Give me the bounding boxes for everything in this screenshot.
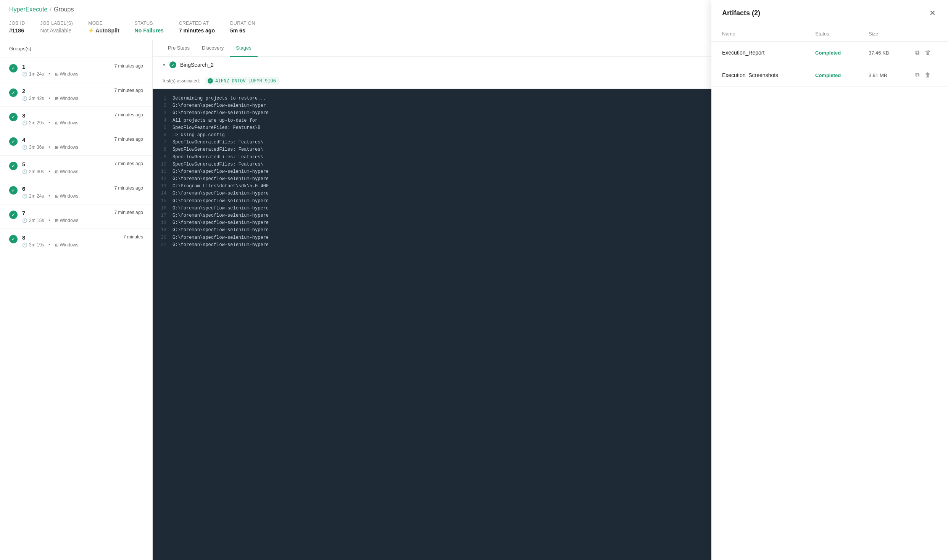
log-line-text: G:\foreman\specflow-selenium-hypere — [173, 175, 269, 183]
group-detail-sep: • — [48, 71, 50, 77]
log-line-number: 13 — [159, 183, 166, 190]
log-line-text: Determining projects to restore... — [173, 95, 266, 102]
log-line-number: 1 — [159, 95, 166, 102]
log-line-number: 19 — [159, 227, 166, 234]
group-time: 7 minutes ago — [114, 137, 143, 142]
tab-stages[interactable]: Stages — [230, 40, 257, 57]
group-os: ⊞ Windows — [55, 120, 79, 126]
artifact-row: Execution_Screenshots Completed 3.91 MB … — [711, 64, 948, 87]
artifact-status: Completed — [815, 72, 869, 78]
group-details: 🕐 3m 19s • ⊞ Windows — [22, 242, 123, 248]
log-line-text: G:\foreman\specflow-selenium-hypere — [173, 205, 269, 212]
group-item[interactable]: ✓ 8 🕐 3m 19s • ⊞ Windows 7 minutes — [0, 229, 152, 253]
artifacts-table-header: Name Status Size — [711, 26, 948, 42]
group-info: 2 🕐 2m 42s • ⊞ Windows — [22, 88, 114, 101]
job-id-value: #1186 — [9, 27, 25, 34]
job-duration-col: Duration 5m 6s — [230, 21, 255, 34]
group-item[interactable]: ✓ 1 🕐 1m 24s • ⊞ Windows 7 minutes ago — [0, 58, 152, 82]
group-number: 3 — [22, 112, 114, 119]
job-created-col: Created at 7 minutes ago — [179, 21, 215, 34]
group-item[interactable]: ✓ 5 🕐 2m 30s • ⊞ Windows 7 minutes ago — [0, 156, 152, 180]
group-time: 7 minutes ago — [114, 112, 143, 117]
log-line-text: SpecFlowGeneratedFiles: Features\ — [173, 146, 263, 153]
artifact-row: Execution_Report Completed 37.46 KB ⧉ 🗑 — [711, 42, 948, 64]
clock-icon: 🕐 — [22, 72, 27, 77]
group-item[interactable]: ✓ 6 🕐 2m 24s • ⊞ Windows 7 minutes ago — [0, 180, 152, 204]
log-line-number: 18 — [159, 219, 166, 227]
group-details: 🕐 2m 24s • ⊞ Windows — [22, 193, 114, 199]
group-item[interactable]: ✓ 2 🕐 2m 42s • ⊞ Windows 7 minutes ago — [0, 82, 152, 107]
clock-icon: 🕐 — [22, 96, 27, 101]
breadcrumb-separator: / — [50, 6, 52, 13]
group-os: ⊞ Windows — [55, 71, 79, 77]
windows-icon: ⊞ — [55, 218, 58, 223]
log-line-text: G:\foreman\specflow-selenium-hyper — [173, 102, 266, 109]
log-line-number: 3 — [159, 109, 166, 117]
groups-list: ✓ 1 🕐 1m 24s • ⊞ Windows 7 minutes ago ✓… — [0, 58, 152, 560]
group-number: 6 — [22, 185, 114, 192]
artifact-copy-button[interactable]: ⧉ — [914, 71, 920, 79]
group-detail-sep: • — [48, 242, 50, 248]
windows-icon: ⊞ — [55, 96, 58, 101]
artifact-delete-button[interactable]: 🗑 — [924, 48, 932, 57]
windows-icon: ⊞ — [55, 243, 58, 248]
log-line-number: 2 — [159, 102, 166, 109]
artifact-delete-button[interactable]: 🗑 — [924, 71, 932, 79]
group-info: 5 🕐 2m 30s • ⊞ Windows — [22, 161, 114, 174]
group-check-icon: ✓ — [9, 137, 18, 146]
group-detail-sep: • — [48, 120, 50, 126]
artifact-actions: ⧉ 🗑 — [914, 48, 937, 57]
group-duration: 🕐 2m 15s — [22, 218, 44, 223]
log-line-number: 15 — [159, 198, 166, 205]
group-time: 7 minutes ago — [114, 161, 143, 166]
stage-expand-icon[interactable]: ▼ — [162, 62, 166, 68]
log-line-number: 12 — [159, 175, 166, 183]
group-duration: 🕐 2m 29s — [22, 120, 44, 126]
log-line-number: 11 — [159, 168, 166, 175]
group-check-icon: ✓ — [9, 64, 18, 72]
log-line-number: 16 — [159, 205, 166, 212]
group-check-icon: ✓ — [9, 235, 18, 243]
stage-name: BingSearch_2 — [180, 62, 214, 68]
log-line-number: 7 — [159, 139, 166, 146]
group-check-icon: ✓ — [9, 162, 18, 170]
group-time: 7 minutes ago — [114, 185, 143, 191]
group-number: 1 — [22, 63, 114, 70]
group-detail-sep: • — [48, 193, 50, 199]
test-assoc-label: Test(s) associated: — [162, 78, 200, 84]
job-duration-label: Duration — [230, 21, 255, 26]
job-label-col: Job Label(s) Not Available — [40, 21, 73, 34]
group-duration: 🕐 3m 36s — [22, 145, 44, 150]
group-detail-sep: • — [48, 145, 50, 150]
groups-header-label: Groups(s) — [0, 40, 152, 58]
artifacts-col-name-header: Name — [722, 31, 815, 37]
log-line-text: G:\foreman\specflow-selenium-hypere — [173, 219, 269, 227]
artifacts-close-button[interactable]: ✕ — [928, 8, 937, 18]
group-duration: 🕐 2m 42s — [22, 96, 44, 101]
group-item[interactable]: ✓ 4 🕐 3m 36s • ⊞ Windows 7 minutes ago — [0, 131, 152, 156]
test-id-badge[interactable]: ✓ 4IFNZ-DNTQV-LUFYR-9IU6 — [205, 77, 279, 85]
job-status-col: Status No Failures — [135, 21, 164, 34]
breadcrumb-hyperexecute-link[interactable]: HyperExecute — [9, 6, 48, 13]
log-line-number: 10 — [159, 161, 166, 168]
windows-icon: ⊞ — [55, 121, 58, 126]
clock-icon: 🕐 — [22, 121, 27, 126]
artifacts-col-actions-header — [914, 31, 937, 37]
job-id-col: Job ID #1186 — [9, 21, 25, 34]
tab-pre-steps[interactable]: Pre Steps — [162, 40, 196, 57]
artifact-status: Completed — [815, 50, 869, 56]
log-line-number: 5 — [159, 124, 166, 132]
group-os: ⊞ Windows — [55, 169, 79, 174]
group-info: 6 🕐 2m 24s • ⊞ Windows — [22, 185, 114, 199]
group-item[interactable]: ✓ 7 🕐 2m 15s • ⊞ Windows 7 minutes ago — [0, 204, 152, 229]
tab-discovery[interactable]: Discovery — [196, 40, 230, 57]
artifact-copy-button[interactable]: ⧉ — [914, 48, 920, 57]
job-id-label: Job ID — [9, 21, 25, 26]
group-details: 🕐 2m 30s • ⊞ Windows — [22, 169, 114, 174]
group-check-icon: ✓ — [9, 113, 18, 121]
group-item[interactable]: ✓ 3 🕐 2m 29s • ⊞ Windows 7 minutes ago — [0, 107, 152, 131]
job-status-value: No Failures — [135, 27, 164, 34]
group-time: 7 minutes ago — [114, 88, 143, 93]
artifact-size: 37.46 KB — [869, 50, 914, 56]
windows-icon: ⊞ — [55, 194, 58, 199]
